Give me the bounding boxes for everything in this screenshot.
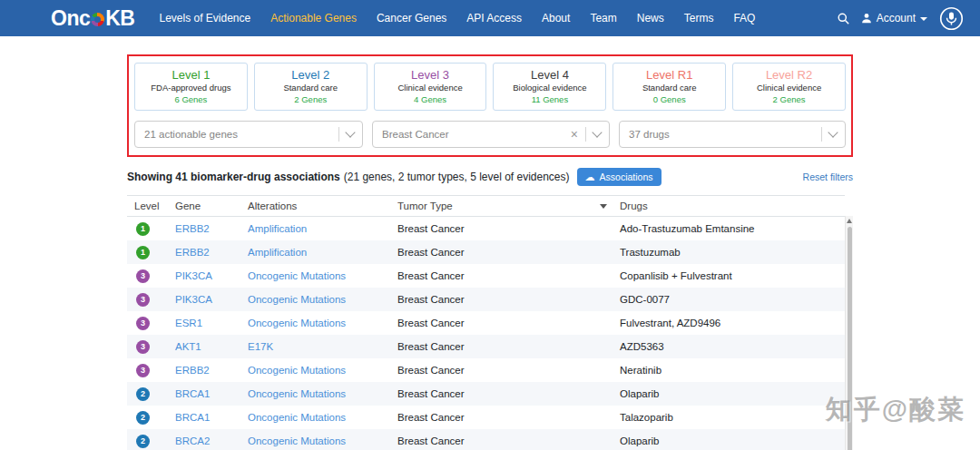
gene-cell: BRCA1 <box>168 388 240 399</box>
associations-download-button[interactable]: ☁ Associations <box>577 168 662 186</box>
search-icon[interactable] <box>838 13 849 24</box>
tumor-filter-value: Breast Cancer <box>373 129 571 140</box>
tumor-type-filter-select[interactable]: Breast Cancer × <box>372 121 610 148</box>
level-cell: 2 <box>127 387 168 401</box>
level-3-badge: 3 <box>136 317 150 330</box>
drugs-filter-value: 37 drugs <box>620 129 821 140</box>
gene-link[interactable]: BRCA2 <box>175 435 210 446</box>
gene-link[interactable]: ERBB2 <box>175 365 210 376</box>
scroll-up-icon[interactable] <box>847 219 852 223</box>
column-header-alterations[interactable]: Alterations <box>240 196 390 216</box>
alterations-cell: Amplification <box>240 247 390 258</box>
chevron-down-icon[interactable] <box>592 127 602 137</box>
alterations-cell: Amplification <box>240 223 390 234</box>
alteration-link[interactable]: Oncogenic Mutations <box>248 412 346 423</box>
person-icon <box>861 13 872 24</box>
nav-item-team[interactable]: Team <box>580 12 626 24</box>
table-row: 2BRCA1Oncogenic MutationsBreast CancerOl… <box>127 382 845 406</box>
alterations-cell: Oncogenic Mutations <box>240 365 390 376</box>
clear-icon[interactable]: × <box>571 128 578 141</box>
gene-link[interactable]: BRCA1 <box>175 388 210 399</box>
gene-link[interactable]: ESR1 <box>175 318 202 328</box>
level-3-badge: 3 <box>136 293 150 307</box>
table-row: 3ERBB2Oncogenic MutationsBreast CancerNe… <box>127 358 845 382</box>
gene-cell: AKT1 <box>168 341 240 352</box>
oncokb-logo[interactable]: Onc KB <box>51 6 134 31</box>
summary-detail-text: (21 genes, 2 tumor types, 5 level of evi… <box>344 171 570 183</box>
tumor-type-cell: Breast Cancer <box>390 365 612 376</box>
drugs-cell: AZD5363 <box>612 341 845 352</box>
feedback-mic-icon[interactable] <box>939 6 964 31</box>
level-card-level-r2[interactable]: Level R2Clinical evidence2 Genes <box>732 63 846 111</box>
nav-item-news[interactable]: News <box>627 12 674 24</box>
scrollbar-thumb[interactable] <box>848 227 852 450</box>
gene-link[interactable]: BRCA1 <box>175 412 210 423</box>
tumor-type-cell: Breast Cancer <box>390 412 612 423</box>
column-header-level[interactable]: Level <box>127 196 168 216</box>
alterations-cell: Oncogenic Mutations <box>240 412 390 423</box>
level-card-level-1[interactable]: Level 1FDA-approved drugs6 Genes <box>134 63 248 111</box>
table-row: 3AKT1E17KBreast CancerAZD5363 <box>127 335 845 358</box>
select-divider <box>338 127 339 142</box>
level-card-description: Clinical evidence <box>377 83 485 93</box>
level-card-description: Clinical evidence <box>735 83 843 93</box>
sort-caret-icon <box>600 204 607 209</box>
gene-link[interactable]: ERBB2 <box>175 247 210 258</box>
level-card-level-r1[interactable]: Level R1Standard care0 Genes <box>612 63 726 111</box>
drugs-cell: Fulvestrant, AZD9496 <box>612 318 845 328</box>
level-2-badge: 2 <box>136 387 150 401</box>
gene-link[interactable]: PIK3CA <box>175 294 212 305</box>
table-row: 1ERBB2AmplificationBreast CancerAdo-Tras… <box>127 217 845 240</box>
level-card-description: Biological evidence <box>495 83 603 93</box>
level-card-level-4[interactable]: Level 4Biological evidence11 Genes <box>493 63 606 111</box>
alteration-link[interactable]: Oncogenic Mutations <box>248 318 346 328</box>
level-card-gene-count: 0 Genes <box>615 94 723 105</box>
column-header-gene[interactable]: Gene <box>168 196 240 216</box>
alteration-link[interactable]: Oncogenic Mutations <box>248 435 346 446</box>
alteration-link[interactable]: Amplification <box>248 247 307 258</box>
nav-item-api-access[interactable]: API Access <box>456 12 532 24</box>
genes-filter-select[interactable]: 21 actionable genes <box>134 121 363 148</box>
level-card-description: FDA-approved drugs <box>137 83 245 93</box>
level-card-title: Level 4 <box>495 68 603 82</box>
table-scrollbar[interactable] <box>845 216 853 450</box>
alteration-link[interactable]: Oncogenic Mutations <box>248 294 346 305</box>
level-3-badge: 3 <box>136 340 150 354</box>
gene-link[interactable]: AKT1 <box>175 341 201 352</box>
level-card-level-3[interactable]: Level 3Clinical evidence4 Genes <box>374 63 487 111</box>
table-body: 1ERBB2AmplificationBreast CancerAdo-Tras… <box>127 217 845 450</box>
genes-filter-value: 21 actionable genes <box>135 129 338 140</box>
level-2-badge: 2 <box>136 411 150 425</box>
level-cell: 3 <box>127 340 168 354</box>
level-cell: 1 <box>127 222 168 236</box>
level-3-badge: 3 <box>136 269 150 283</box>
nav-item-terms[interactable]: Terms <box>674 12 724 24</box>
account-menu[interactable]: Account <box>861 12 927 24</box>
nav-item-levels-of-evidence[interactable]: Levels of Evidence <box>149 12 260 24</box>
reset-filters-link[interactable]: Reset filters <box>803 171 853 182</box>
alteration-link[interactable]: Oncogenic Mutations <box>248 270 346 281</box>
alteration-link[interactable]: Oncogenic Mutations <box>248 365 346 376</box>
nav-item-actionable-genes[interactable]: Actionable Genes <box>260 12 367 24</box>
nav-item-about[interactable]: About <box>532 12 580 24</box>
level-card-title: Level R2 <box>735 68 843 82</box>
alterations-cell: Oncogenic Mutations <box>240 294 390 305</box>
alteration-link[interactable]: Oncogenic Mutations <box>248 388 346 399</box>
chevron-down-icon[interactable] <box>828 127 838 137</box>
alteration-link[interactable]: Amplification <box>248 223 307 234</box>
gene-link[interactable]: PIK3CA <box>175 270 212 281</box>
table-row: 3ESR1Oncogenic MutationsBreast CancerFul… <box>127 311 845 335</box>
drugs-filter-select[interactable]: 37 drugs <box>619 121 846 148</box>
nav-item-faq[interactable]: FAQ <box>723 12 765 24</box>
gene-cell: ERBB2 <box>168 223 240 234</box>
account-label: Account <box>877 12 916 24</box>
table-header-row: Level Gene Alterations Tumor Type Drugs <box>127 195 845 217</box>
column-header-drugs[interactable]: Drugs <box>612 196 845 216</box>
alteration-link[interactable]: E17K <box>248 341 273 352</box>
gene-link[interactable]: ERBB2 <box>175 223 210 234</box>
level-card-level-2[interactable]: Level 2Standard care2 Genes <box>254 63 368 111</box>
nav-item-cancer-genes[interactable]: Cancer Genes <box>367 12 456 24</box>
column-header-tumor-type[interactable]: Tumor Type <box>390 196 612 216</box>
chevron-down-icon[interactable] <box>345 127 355 137</box>
logo-text-post: KB <box>105 6 134 31</box>
